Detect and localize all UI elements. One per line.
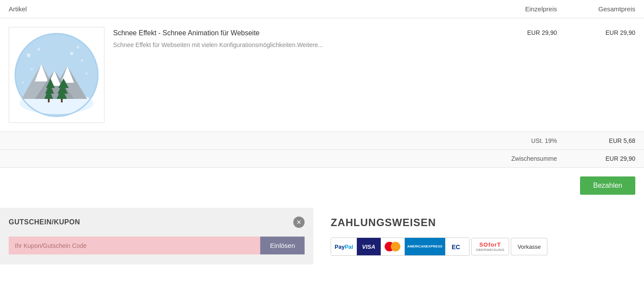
zahlungsweisen-title: ZAHLUNGSWEISEN bbox=[331, 217, 635, 229]
gutschein-input-row: Einlösen bbox=[9, 237, 305, 254]
gutschein-close-button[interactable]: ✕ bbox=[293, 217, 305, 228]
table-header: Artikel Einzelpreis Gesamtpreis bbox=[0, 0, 644, 18]
vorkasse-icon: Vorkasse bbox=[511, 238, 547, 255]
ec-icon: EC bbox=[445, 238, 469, 255]
col-einzelpreis-header: Einzelpreis bbox=[479, 5, 557, 13]
einloesen-button[interactable]: Einlösen bbox=[260, 237, 305, 254]
product-row: ❄ ❄ ❄ ❄ ❄ ❄ ❄ ❄ Schnee Effekt - Schnee A… bbox=[0, 18, 644, 132]
product-title: Schnee Effekt - Schnee Animation für Web… bbox=[113, 29, 479, 37]
bottom-section: GUTSCHEIN/KUPON ✕ Einlösen ZAHLUNGSWEISE… bbox=[0, 208, 644, 273]
svg-rect-15 bbox=[61, 99, 63, 102]
tax-label: USt. 19% bbox=[470, 137, 557, 144]
tax-row: USt. 19% EUR 5,68 bbox=[0, 132, 644, 150]
bezahlen-button[interactable]: Bezahlen bbox=[580, 176, 635, 195]
subtotal-label: Zwischensumme bbox=[470, 155, 557, 162]
svg-text:❄: ❄ bbox=[30, 68, 34, 71]
col-gesamtpreis-header: Gesamtpreis bbox=[557, 5, 635, 13]
subtotal-row: Zwischensumme EUR 29,90 bbox=[0, 150, 644, 168]
gutschein-title: GUTSCHEIN/KUPON bbox=[9, 218, 80, 226]
svg-text:EC: EC bbox=[452, 244, 460, 251]
product-image: ❄ ❄ ❄ ❄ ❄ ❄ ❄ ❄ bbox=[9, 27, 104, 123]
visa-icon: VISA bbox=[357, 238, 381, 255]
product-info: Schnee Effekt - Schnee Animation für Web… bbox=[113, 27, 479, 48]
product-gesamtpreis: EUR 29,90 bbox=[557, 27, 635, 36]
zahlungsweisen-panel: ZAHLUNGSWEISEN PayPal VISA AMERICAN EXPR… bbox=[313, 208, 644, 264]
svg-text:❄: ❄ bbox=[80, 59, 84, 63]
gutschein-header: GUTSCHEIN/KUPON ✕ bbox=[9, 217, 305, 228]
svg-text:❄: ❄ bbox=[37, 47, 40, 52]
paypal-icon: PayPal bbox=[331, 238, 357, 255]
subtotal-value: EUR 29,90 bbox=[557, 155, 635, 162]
mastercard-icon bbox=[381, 238, 405, 255]
svg-text:❄: ❄ bbox=[22, 81, 24, 84]
tax-value: EUR 5,68 bbox=[557, 137, 635, 144]
gutschein-panel: GUTSCHEIN/KUPON ✕ Einlösen bbox=[0, 208, 313, 264]
payment-group-cards: PayPal VISA AMERICAN EXPRESS EC bbox=[331, 237, 470, 256]
svg-text:❄: ❄ bbox=[70, 51, 74, 57]
product-description: Schnee Effekt für Webseiten mit vielen K… bbox=[113, 41, 479, 48]
svg-text:❄: ❄ bbox=[85, 71, 88, 76]
amex-icon: AMERICAN EXPRESS bbox=[405, 238, 445, 255]
sofort-icon: SOforT ÜBERWEISUNG bbox=[471, 238, 510, 255]
svg-rect-11 bbox=[48, 99, 50, 102]
col-artikel-header: Artikel bbox=[9, 5, 479, 13]
vorkasse-label: Vorkasse bbox=[517, 244, 540, 250]
svg-text:❄: ❄ bbox=[26, 52, 31, 59]
bezahlen-row: Bezahlen bbox=[0, 168, 644, 208]
product-einzelpreis: EUR 29,90 bbox=[479, 27, 557, 36]
svg-text:❄: ❄ bbox=[76, 45, 80, 50]
gutschein-input[interactable] bbox=[9, 237, 260, 254]
payment-icons: PayPal VISA AMERICAN EXPRESS EC bbox=[331, 237, 635, 256]
